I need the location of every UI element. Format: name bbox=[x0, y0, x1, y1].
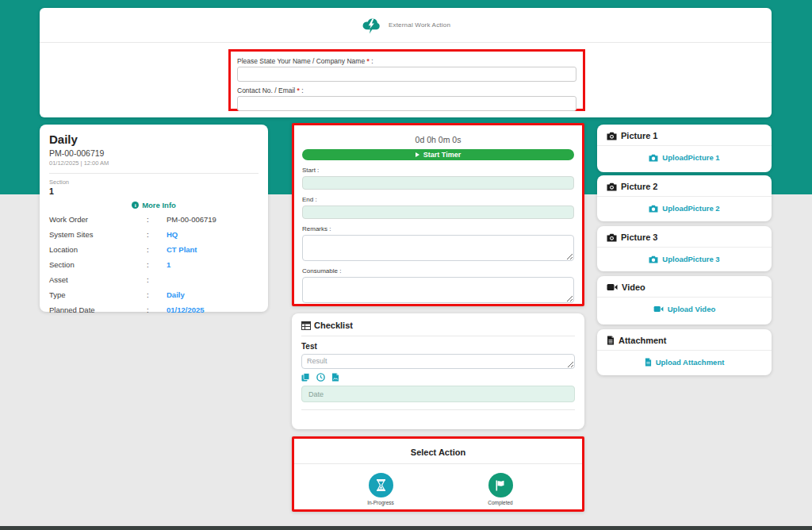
more-info-link[interactable]: i More Info bbox=[49, 201, 259, 209]
picture-2-title: Picture 2 bbox=[621, 182, 657, 191]
app-header: External Work Action bbox=[40, 8, 772, 43]
checklist-table-icon bbox=[301, 321, 311, 330]
document-icon bbox=[607, 336, 615, 345]
contact-form-highlight: Please State Your Name / Company Name * … bbox=[228, 49, 585, 111]
table-row: Planned Date : 01/12/2025 bbox=[49, 305, 259, 314]
more-info-label: More Info bbox=[142, 201, 176, 209]
row-label: Planned Date bbox=[49, 305, 147, 314]
row-label: System Sites bbox=[49, 230, 147, 239]
contact-field-label: Contact No. / Email * : bbox=[237, 86, 576, 94]
name-input[interactable] bbox=[237, 67, 576, 82]
select-action-card: Select Action In-Progress Completed bbox=[292, 436, 584, 512]
row-label: Work Order bbox=[49, 215, 147, 224]
row-label: Location bbox=[49, 245, 147, 254]
divider bbox=[597, 196, 772, 197]
camera-icon bbox=[607, 233, 617, 242]
camera-icon bbox=[607, 182, 617, 191]
video-title: Video bbox=[622, 282, 645, 292]
video-card: Video Upload Video bbox=[597, 276, 772, 325]
row-value-link[interactable]: Daily bbox=[167, 290, 185, 299]
app-logo-cloud-bolt-icon bbox=[361, 16, 382, 34]
table-row: Work Order : PM-00-006719 bbox=[49, 215, 259, 224]
external-work-action-page: { "header": { "app_title": "External Wor… bbox=[0, 0, 812, 530]
document-icon bbox=[645, 358, 652, 367]
checklist-toolbar bbox=[301, 373, 575, 382]
camera-icon bbox=[649, 255, 658, 263]
in-progress-button[interactable]: In-Progress bbox=[355, 473, 406, 505]
remarks-textarea[interactable] bbox=[302, 235, 574, 261]
attachment-title: Attachment bbox=[619, 336, 667, 345]
row-value-link[interactable]: CT Plant bbox=[167, 245, 197, 254]
camera-icon bbox=[649, 205, 658, 213]
picture-3-header: Picture 3 bbox=[607, 232, 762, 242]
start-time-input[interactable] bbox=[302, 176, 574, 190]
picture-3-title: Picture 3 bbox=[621, 232, 657, 242]
picture-1-card: Picture 1 UploadPicture 1 bbox=[597, 125, 772, 172]
bottom-strip bbox=[0, 526, 812, 530]
row-label: Asset bbox=[49, 275, 147, 284]
checklist-item-label: Test bbox=[301, 342, 575, 351]
divider bbox=[597, 350, 772, 351]
divider bbox=[597, 247, 772, 248]
row-value-link[interactable]: HQ bbox=[167, 230, 178, 239]
section-label: Section bbox=[49, 179, 259, 186]
completed-label: Completed bbox=[475, 500, 526, 505]
row-label: Section bbox=[49, 260, 147, 269]
upload-attachment-button[interactable]: Upload Attachment bbox=[607, 358, 762, 367]
start-timer-button[interactable]: Start Timer bbox=[302, 149, 574, 160]
flag-icon bbox=[488, 473, 513, 497]
end-time-input[interactable] bbox=[302, 205, 574, 219]
consumable-textarea[interactable] bbox=[302, 277, 574, 303]
work-order-datetime: 01/12/2025 | 12:00 AM bbox=[49, 159, 259, 167]
start-label: Start : bbox=[302, 167, 574, 174]
picture-1-header: Picture 1 bbox=[607, 131, 762, 140]
camera-icon bbox=[607, 132, 617, 140]
divider bbox=[301, 336, 575, 336]
row-value-link[interactable]: 01/12/2025 bbox=[167, 305, 205, 314]
result-textarea[interactable] bbox=[301, 354, 575, 369]
picture-1-title: Picture 1 bbox=[621, 131, 657, 140]
upload-video-button[interactable]: Upload Video bbox=[607, 305, 762, 313]
table-row: Location : CT Plant bbox=[49, 245, 259, 254]
work-order-code: PM-00-006719 bbox=[49, 148, 259, 158]
table-row: Asset : bbox=[49, 275, 259, 284]
work-order-type-title: Daily bbox=[49, 132, 259, 146]
in-progress-label: In-Progress bbox=[355, 500, 406, 505]
upload-picture-1-button[interactable]: UploadPicture 1 bbox=[607, 153, 762, 162]
row-label: Type bbox=[49, 290, 147, 299]
remarks-label: Remarks : bbox=[302, 225, 574, 232]
row-value: PM-00-006719 bbox=[167, 215, 216, 224]
divider bbox=[597, 145, 772, 146]
file-image-icon[interactable] bbox=[331, 373, 339, 382]
upload-picture-2-button[interactable]: UploadPicture 2 bbox=[607, 204, 762, 213]
history-clock-icon[interactable] bbox=[316, 373, 325, 382]
play-icon bbox=[416, 152, 419, 157]
info-icon: i bbox=[132, 202, 139, 209]
divider bbox=[49, 173, 259, 174]
end-label: End : bbox=[302, 196, 574, 203]
video-header: Video bbox=[607, 282, 762, 292]
video-camera-icon bbox=[607, 283, 618, 291]
picture-2-header: Picture 2 bbox=[607, 182, 762, 191]
checklist-title: Checklist bbox=[314, 321, 353, 330]
app-title: External Work Action bbox=[389, 21, 450, 29]
table-row: System Sites : HQ bbox=[49, 230, 259, 239]
completed-button[interactable]: Completed bbox=[475, 473, 526, 505]
upload-picture-3-button[interactable]: UploadPicture 3 bbox=[607, 255, 762, 263]
camera-icon bbox=[649, 154, 658, 162]
checklist-card: Checklist Test bbox=[292, 313, 584, 429]
hourglass-icon bbox=[369, 473, 393, 497]
divider bbox=[597, 297, 772, 298]
attachment-header: Attachment bbox=[607, 336, 762, 345]
table-row: Section : 1 bbox=[49, 260, 259, 269]
picture-2-card: Picture 2 UploadPicture 2 bbox=[597, 175, 772, 221]
date-input[interactable] bbox=[301, 386, 575, 402]
row-value-link[interactable]: 1 bbox=[167, 260, 170, 269]
consumable-label: Consumable : bbox=[302, 267, 574, 275]
picture-3-card: Picture 3 UploadPicture 3 bbox=[597, 226, 772, 271]
work-order-card: Daily PM-00-006719 01/12/2025 | 12:00 AM… bbox=[40, 125, 268, 312]
name-field-label: Please State Your Name / Company Name * … bbox=[237, 57, 576, 65]
copy-icon[interactable] bbox=[301, 373, 310, 382]
section-value: 1 bbox=[49, 186, 259, 196]
contact-input[interactable] bbox=[237, 96, 576, 111]
